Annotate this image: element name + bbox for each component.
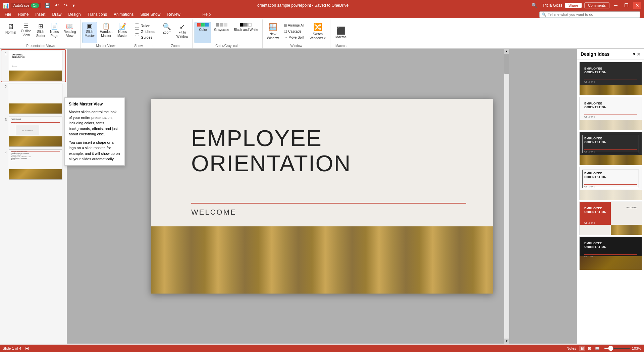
slide-master-btn[interactable]: ▣ SlideMaster (83, 22, 97, 43)
slide-preview-3: PAKZDEK, LLC ⚙ Solutions (9, 117, 62, 147)
menu-design[interactable]: Design (65, 11, 84, 17)
normal-view-btn[interactable]: 🖥 Normal (3, 22, 18, 43)
slide-sorter-status-btn[interactable]: ⊞ (587, 346, 592, 351)
redo-qat-btn[interactable]: ↷ (62, 2, 69, 9)
guides-input[interactable] (135, 35, 139, 39)
color-btn[interactable]: Color (195, 22, 211, 43)
scroll-down-btn[interactable]: ▼ (504, 339, 509, 344)
design-thumb-3[interactable]: EMPLOYEEORIENTATION WELCOME (579, 132, 642, 165)
black-white-btn[interactable]: Black and White (232, 22, 260, 43)
minimize-button[interactable]: ─ (612, 2, 620, 9)
gridlines-checkbox[interactable]: Gridlines (134, 29, 156, 34)
guides-label: Guides (141, 35, 152, 39)
statusbar-right: Notes 🖥 ⊞ 📖 103% (567, 346, 641, 351)
slide-title-line2: ORIENTATION (191, 150, 351, 176)
menu-view[interactable]: View (184, 11, 199, 18)
notes-page-btn[interactable]: 📄 NotesPage (48, 22, 61, 43)
bw-sq3 (248, 23, 252, 27)
autosave-value: On (31, 3, 39, 8)
ruler-checkbox[interactable]: Ruler (134, 23, 150, 28)
slide-thumb-2[interactable]: 2 (1, 83, 65, 115)
switch-windows-btn[interactable]: 🔀 SwitchWindows ▾ (307, 21, 328, 42)
slide-thumb-1[interactable]: 1 EMPLOYEEORIENTATION Welcome (1, 50, 65, 82)
zoom-btn[interactable]: 🔍 Zoom (160, 22, 174, 43)
design-panel: Design Ideas ▾ ✕ EMPLOYEEORIENTATION WEL… (577, 49, 644, 344)
macros-label: Macros (332, 43, 349, 48)
slide-sorter-btn[interactable]: ⊞ SlideSorter (34, 22, 47, 43)
save-qat-btn[interactable]: 💾 (43, 2, 52, 9)
search-input[interactable] (548, 12, 638, 16)
share-button[interactable]: Share (565, 3, 582, 8)
design-close-btn[interactable]: ✕ (637, 51, 641, 57)
slide-num-2: 2 (2, 85, 7, 89)
normal-view-status-btn[interactable]: 🖥 (579, 346, 585, 351)
fit-to-window-btn[interactable]: ⤢ Fit toWindow (174, 22, 191, 43)
design-floor-5 (611, 225, 642, 235)
design-thumb-2[interactable]: EMPLOYEEORIENTATION WELCOME (579, 97, 642, 130)
tooltip-title: Slide Master View (69, 101, 120, 107)
comments-button[interactable]: Comments (584, 2, 609, 8)
cascade-btn[interactable]: ❏ Cascade (282, 29, 306, 34)
window-group: 🪟 NewWindow ⊟ Arrange All ❏ Cascade ↔ Mo… (263, 19, 331, 48)
guides-checkbox[interactable]: Guides (134, 35, 153, 40)
menu-animations[interactable]: Animations (110, 11, 137, 17)
reading-status-btn[interactable]: 📖 (594, 346, 601, 351)
search-bar[interactable]: 🔍 (539, 11, 640, 18)
menu-bar: File Home Insert Draw Design Transitions… (0, 11, 644, 18)
move-split-btn[interactable]: ↔ Move Split (282, 35, 306, 40)
gray-squares (216, 23, 227, 27)
notes-master-btn[interactable]: 📝 NotesMaster (115, 22, 130, 43)
thumb-line-1 (12, 64, 59, 64)
design-floor-1 (580, 85, 642, 95)
restore-button[interactable]: ❐ (622, 2, 631, 9)
new-window-btn[interactable]: 🪟 NewWindow (265, 21, 281, 42)
arrange-all-btn[interactable]: ⊟ Arrange All (282, 23, 306, 28)
notes-master-icon: 📝 (119, 23, 126, 29)
grayscale-btn[interactable]: Grayscale (212, 22, 231, 43)
show-expand-btn[interactable]: ⊞ (152, 43, 156, 48)
menu-review[interactable]: Review (164, 11, 183, 17)
window-label: Window (265, 43, 328, 48)
design-dropdown-btn[interactable]: ▾ (633, 51, 635, 57)
macros-icon: ⬛ (336, 27, 345, 35)
slide-thumb-4[interactable]: 4 Employee Handbook & Policies Company C… (1, 149, 65, 180)
design-thumb-5[interactable]: EMPLOYEEORIENTATION WELCOME WELCOME (579, 202, 642, 235)
gridlines-input[interactable] (135, 29, 139, 34)
handout-master-btn[interactable]: 📋 HandoutMaster (98, 22, 115, 43)
menu-insert[interactable]: Insert (32, 11, 49, 17)
color-grayscale-label: Color/Grayscale (195, 43, 260, 48)
menu-help[interactable]: Help (199, 11, 214, 17)
close-button[interactable]: ✕ (633, 2, 641, 9)
design-thumb-4[interactable]: EMPLOYEEORIENTATION WELCOME (579, 167, 642, 200)
canvas-vscroll[interactable]: ▲ ▼ (504, 49, 509, 344)
menu-file[interactable]: File (1, 11, 14, 17)
scroll-thumb[interactable] (504, 54, 509, 74)
outline-view-btn[interactable]: ☰ OutlineView (19, 22, 34, 43)
slide-count: Slide 1 of 4 (3, 346, 21, 350)
customize-qat-btn[interactable]: ▾ (71, 2, 76, 9)
color-label: Color (199, 28, 207, 32)
scroll-up-btn[interactable]: ▲ (504, 49, 509, 54)
color-buttons: Color Grayscale Black (195, 19, 260, 43)
ruler-input[interactable] (135, 24, 139, 28)
autosave-toggle[interactable]: AutoSave On (11, 3, 41, 8)
design-line-1 (584, 80, 637, 80)
switch-windows-label: SwitchWindows ▾ (310, 32, 326, 40)
slide-red-line (191, 203, 466, 204)
search-title-btn[interactable]: 🔍 (530, 2, 539, 9)
reading-view-btn[interactable]: 📖 ReadingView (61, 22, 78, 43)
macros-btn[interactable]: ⬛ Macros (332, 22, 349, 43)
menu-home[interactable]: Home (14, 11, 32, 17)
design-thumb-6[interactable]: EMPLOYEEORIENTATION WELCOME (579, 236, 642, 270)
menu-transitions[interactable]: Transitions (84, 11, 110, 17)
slide-thumb-3[interactable]: 3 PAKZDEK, LLC ⚙ Solutions (1, 116, 65, 147)
zoom-slider[interactable] (604, 348, 631, 349)
handout-master-label: HandoutMaster (100, 30, 113, 38)
menu-slideshow[interactable]: Slide Show (137, 11, 164, 17)
menu-draw[interactable]: Draw (49, 11, 65, 17)
undo-qat-btn[interactable]: ↶ (54, 2, 60, 9)
design-thumb-1[interactable]: EMPLOYEEORIENTATION WELCOME (579, 62, 642, 95)
design-title-3: EMPLOYEEORIENTATION (584, 137, 606, 144)
bw-sq2 (244, 23, 248, 27)
notes-status-btn[interactable]: Notes (567, 346, 576, 350)
